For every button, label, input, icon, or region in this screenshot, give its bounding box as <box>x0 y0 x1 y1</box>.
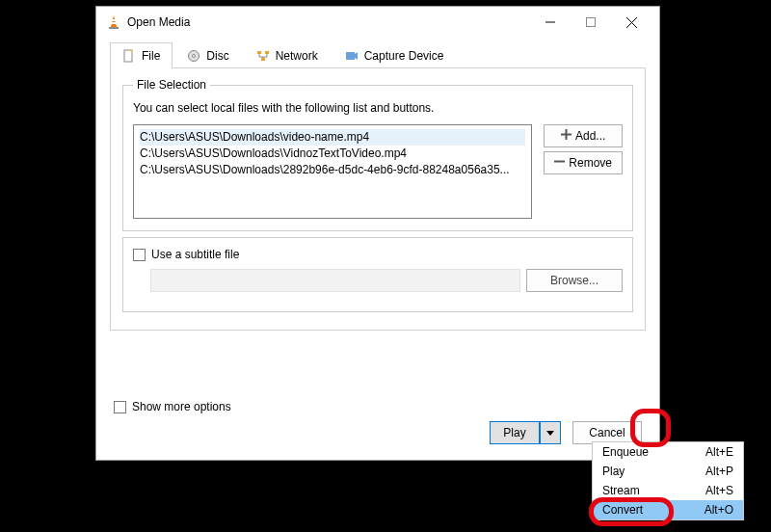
browse-button-label: Browse... <box>550 274 598 287</box>
capture-icon <box>345 49 359 63</box>
subtitle-checkbox-label: Use a subtitle file <box>151 248 239 261</box>
subtitle-path <box>150 269 520 292</box>
menu-item-label: Play <box>602 465 625 478</box>
svg-rect-15 <box>346 52 355 60</box>
play-split-button: Play <box>490 421 561 444</box>
vlc-cone-icon <box>106 14 121 30</box>
menu-item-enqueue[interactable]: Enqueue Alt+E <box>593 442 743 462</box>
svg-marker-20 <box>546 431 554 436</box>
file-list-item[interactable]: C:\Users\ASUS\Downloads\2892b96e-d5dc-4e… <box>140 162 525 178</box>
cancel-button-label: Cancel <box>589 426 625 439</box>
menu-item-accel: Alt+E <box>705 445 733 459</box>
browse-button[interactable]: Browse... <box>526 269 623 292</box>
tab-disc-label: Disc <box>206 49 228 63</box>
tab-disc[interactable]: Disc <box>174 42 241 68</box>
play-dropdown-menu: Enqueue Alt+E Play Alt+P Stream Alt+S Co… <box>592 441 744 520</box>
minimize-button[interactable] <box>530 11 571 34</box>
menu-item-label: Stream <box>602 484 640 497</box>
disc-icon <box>187 49 200 63</box>
menu-item-accel: Alt+S <box>705 484 733 497</box>
chevron-down-icon <box>546 426 554 439</box>
file-list-item[interactable]: C:\Users\ASUS\Downloads\video-name.mp4 <box>140 129 525 146</box>
file-selection-legend: File Selection <box>133 78 210 92</box>
svg-point-11 <box>193 55 196 58</box>
file-list-item[interactable]: C:\Users\ASUS\Downloads\VidnozTextToVide… <box>140 146 525 162</box>
play-button-label: Play <box>503 426 525 439</box>
svg-rect-13 <box>265 51 269 54</box>
svg-rect-2 <box>111 22 116 24</box>
tab-network[interactable]: Network <box>244 42 331 68</box>
svg-rect-5 <box>587 18 596 27</box>
tab-capture-label: Capture Device <box>364 49 444 63</box>
remove-button[interactable]: Remove <box>544 151 623 174</box>
window-title: Open Media <box>127 15 530 29</box>
tabs: File Disc Network Capture Device <box>110 41 646 68</box>
dialog-content: File Disc Network Capture Device File Se… <box>96 38 659 340</box>
network-icon <box>256 49 270 63</box>
window-buttons <box>530 11 651 34</box>
more-options-label: Show more options <box>132 400 231 413</box>
minus-icon <box>554 156 565 170</box>
titlebar: Open Media <box>96 7 659 38</box>
svg-rect-3 <box>109 27 119 29</box>
file-list[interactable]: C:\Users\ASUS\Downloads\video-name.mp4 C… <box>133 124 532 219</box>
menu-item-convert[interactable]: Convert Alt+O <box>593 500 743 519</box>
subtitle-fieldset: Use a subtitle file Browse... <box>122 237 633 312</box>
subtitle-checkbox[interactable] <box>133 249 146 261</box>
menu-item-play[interactable]: Play Alt+P <box>593 462 743 481</box>
svg-rect-14 <box>261 58 265 61</box>
close-button[interactable] <box>611 11 651 34</box>
file-selection-help: You can select local files with the foll… <box>133 101 623 115</box>
file-icon <box>122 49 136 63</box>
tab-capture[interactable]: Capture Device <box>332 42 457 68</box>
plus-icon <box>561 129 572 143</box>
svg-rect-1 <box>112 19 116 21</box>
menu-item-stream[interactable]: Stream Alt+S <box>593 481 743 500</box>
add-button[interactable]: Add... <box>544 124 623 147</box>
remove-button-label: Remove <box>569 156 612 170</box>
play-dropdown-button[interactable] <box>540 421 561 444</box>
menu-item-accel: Alt+O <box>705 503 733 517</box>
menu-item-label: Enqueue <box>602 445 649 459</box>
maximize-button[interactable] <box>571 11 611 34</box>
menu-item-accel: Alt+P <box>705 465 733 478</box>
file-selection-fieldset: File Selection You can select local file… <box>122 78 633 231</box>
add-button-label: Add... <box>575 129 605 143</box>
tab-file[interactable]: File <box>110 42 173 68</box>
more-options-row: Show more options <box>114 400 231 413</box>
tab-network-label: Network <box>276 49 318 63</box>
svg-marker-16 <box>355 52 358 60</box>
more-options-checkbox[interactable] <box>114 401 126 413</box>
tab-panel-file: File Selection You can select local file… <box>110 68 646 331</box>
tab-file-label: File <box>142 49 160 63</box>
menu-item-label: Convert <box>602 503 643 517</box>
svg-rect-12 <box>257 51 261 54</box>
play-button[interactable]: Play <box>490 421 540 444</box>
open-media-dialog: Open Media File Disc Network Capture Dev <box>95 6 660 461</box>
